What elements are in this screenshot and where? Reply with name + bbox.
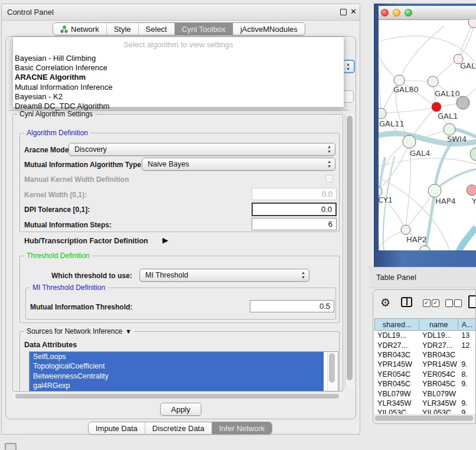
data-attributes-list[interactable]: SelfLoopsTopologicalCoefficientBetweenne…: [29, 351, 338, 392]
dpi-tolerance-field[interactable]: 0.0: [252, 203, 337, 216]
network-canvas[interactable]: GALGAL80GAL10GAL1GAL11SWI4GAL4GCY1HAP4YH…: [379, 19, 476, 250]
table-cell: YBR045C: [419, 380, 458, 388]
tab-cyni-toolbox[interactable]: Cyni Toolbox: [175, 23, 233, 35]
network-node-hap4[interactable]: [428, 184, 441, 197]
tab-label: Cyni Toolbox: [182, 25, 226, 34]
node-label: Y: [471, 197, 476, 206]
table-row[interactable]: YBL079WYBL079W: [374, 389, 476, 398]
scrollbar-thumb[interactable]: [329, 353, 335, 383]
kernel-width-label: Kernel Width (0,1):: [24, 191, 87, 199]
tab-style[interactable]: Style: [107, 23, 139, 35]
column-header-3[interactable]: A...: [458, 318, 476, 331]
aracne-mode-select[interactable]: Discovery ▲▼: [69, 143, 335, 156]
table-cell: 9.: [458, 360, 476, 369]
mi-type-select[interactable]: Naive Bayes ▲▼: [142, 158, 335, 171]
table-row[interactable]: YIL053CYIL053C9.: [374, 408, 476, 414]
unchecked-column-icon[interactable]: [445, 299, 453, 307]
group-title: Sources for Network Inference ▼: [24, 327, 134, 335]
column-header-2[interactable]: name: [419, 318, 458, 331]
network-node-gal80[interactable]: [394, 75, 405, 86]
table-row[interactable]: YLR345WYLR345W9.: [374, 399, 476, 408]
table-row[interactable]: YER054CYER054C8.: [374, 370, 476, 379]
apply-button[interactable]: Apply: [160, 403, 201, 416]
table-cell: YIL053C: [419, 409, 458, 414]
table-panel-titlebar[interactable]: Table Panel: [369, 267, 476, 288]
mi-steps-label: Mutual Information Steps:: [24, 221, 112, 229]
attribute-list-item[interactable]: SelfLoops: [30, 352, 324, 361]
network-node-gal10[interactable]: [428, 76, 438, 87]
tab-discretize-data[interactable]: Discretize Data: [145, 422, 212, 434]
network-node-gal4[interactable]: [403, 135, 416, 148]
attribute-list-item[interactable]: gal4RGexp: [30, 381, 324, 390]
network-window-titlebar[interactable]: [379, 6, 476, 20]
table-row[interactable]: YBR045CYBR045C9.: [374, 379, 476, 389]
network-node[interactable]: [419, 246, 430, 250]
table-horizontal-scrollbar[interactable]: [374, 415, 476, 422]
kernel-width-field[interactable]: 0.0: [252, 188, 337, 200]
control-panel-titlebar[interactable]: Control Panel ✕: [2, 4, 360, 21]
attribute-list-item[interactable]: TopologicalCoefficient: [30, 361, 324, 371]
expanded-arrow-icon[interactable]: ▼: [125, 328, 132, 335]
network-node-gal1[interactable]: [432, 102, 441, 112]
table-row[interactable]: YDL19...YDL19...13: [374, 331, 476, 340]
algorithm-option[interactable]: ARACNE Algorithm: [13, 73, 344, 82]
group-title: Algorithm Definition: [24, 129, 90, 137]
column-view-icon[interactable]: [401, 297, 412, 307]
file-icon[interactable]: [468, 295, 476, 308]
network-node[interactable]: [468, 19, 476, 28]
table-cell: 9.: [458, 380, 476, 388]
algorithm-option[interactable]: Bayesian - Hill Climbing: [13, 54, 344, 63]
tab-impute-data[interactable]: Impute Data: [89, 422, 145, 434]
desktop: { "icons": {"close":"✕","gear":"⚙","chec…: [0, 0, 476, 450]
which-threshold-select[interactable]: MI Threshold ▲▼: [139, 269, 309, 282]
column-header-1[interactable]: shared...: [374, 318, 419, 331]
table-row[interactable]: YDR27...YDR27...12: [374, 340, 476, 350]
close-icon[interactable]: ✕: [350, 7, 357, 16]
tab-jactivemnodules[interactable]: jActiveMNodules: [233, 23, 305, 35]
list-vertical-scrollbar[interactable]: [327, 352, 337, 391]
tab-select[interactable]: Select: [139, 23, 175, 35]
attribute-list-item[interactable]: BetweennessCentrality: [30, 371, 324, 381]
combo-value: MI Threshold: [145, 271, 188, 279]
network-node-y[interactable]: [467, 185, 476, 195]
checked-column-icon[interactable]: ✓: [423, 299, 431, 307]
settings-vertical-scrollbar[interactable]: [345, 115, 354, 388]
manual-kernel-checkbox[interactable]: [325, 175, 333, 182]
partial-corner-button[interactable]: [5, 443, 17, 450]
zoom-traffic-light[interactable]: [405, 9, 412, 17]
network-node-hap2[interactable]: [401, 225, 410, 234]
control-panel-window: Control Panel ✕ NetworkStyleSelectCyni T…: [1, 4, 360, 435]
algorithm-option[interactable]: Bayesian - K2: [13, 92, 344, 102]
scrollbar-thumb[interactable]: [15, 394, 339, 399]
minimize-traffic-light[interactable]: [393, 9, 400, 17]
unchecked-column-icon[interactable]: [454, 299, 462, 307]
algorithm-placeholder: Select algorithm to view settings: [13, 37, 344, 54]
settings-horizontal-scrollbar[interactable]: [14, 393, 344, 400]
algorithm-option[interactable]: Basic Correlation Inference: [13, 63, 344, 73]
collapsed-arrow-icon[interactable]: ▶: [162, 236, 168, 244]
network-node-gal11[interactable]: [379, 108, 386, 119]
algorithm-option[interactable]: Mutual Information Inference: [13, 83, 344, 92]
hub-definition-label[interactable]: Hub/Transcription Factor Definition: [24, 237, 148, 245]
close-traffic-light[interactable]: [381, 9, 389, 17]
gear-icon[interactable]: ⚙: [380, 296, 390, 309]
checked-column-icon[interactable]: ✓: [432, 299, 439, 307]
network-node[interactable]: [457, 96, 470, 109]
tab-infer-network[interactable]: Infer Network: [212, 422, 272, 434]
scrollbar-thumb[interactable]: [375, 416, 473, 420]
algorithm-option[interactable]: Dream8 DC_TDC Algorithm: [13, 102, 344, 111]
tab-network[interactable]: Network: [53, 23, 107, 35]
float-window-icon[interactable]: [340, 9, 347, 15]
mi-threshold-field[interactable]: 0.5: [250, 300, 334, 312]
data-attributes-label: Data Attributes: [24, 341, 77, 349]
scrollbar-thumb[interactable]: [347, 116, 353, 380]
network-node[interactable]: [470, 148, 476, 161]
which-threshold-label: Which threshold to use:: [51, 272, 132, 280]
table-row[interactable]: YPR145WYPR145W9.: [374, 360, 476, 369]
network-node-gcy1[interactable]: [379, 187, 382, 196]
group-title: Threshold Definition: [24, 252, 92, 260]
network-node-swi4[interactable]: [444, 123, 455, 135]
mi-steps-field[interactable]: 6: [252, 218, 337, 230]
table-row[interactable]: YBR043CYBR043C: [374, 350, 476, 360]
table-cell: YDR27...: [374, 341, 419, 350]
